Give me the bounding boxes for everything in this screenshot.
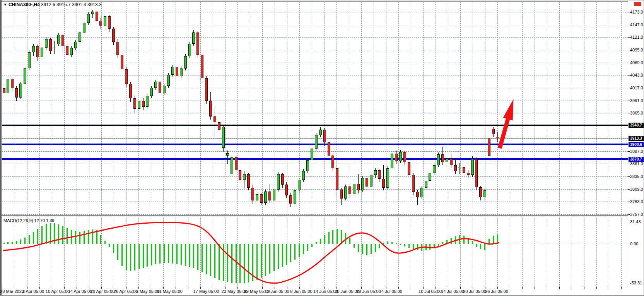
candle-wick [460, 163, 460, 174]
candle-bear [285, 185, 288, 195]
macd-histogram-bar [261, 244, 262, 278]
date-label: 3 Apr 05:00 [22, 289, 44, 294]
candle-bear [260, 194, 263, 202]
macd-histogram-bar [480, 244, 481, 249]
gridline-vertical [460, 2, 461, 216]
gridline-vertical-macd [101, 217, 102, 287]
candle-bear [129, 84, 132, 98]
macd-histogram-bar [476, 244, 477, 247]
gridline-vertical [584, 2, 584, 216]
date-tick [77, 287, 77, 289]
candle-bull [273, 190, 275, 200]
gridline-vertical-macd [188, 217, 188, 287]
macd-histogram-bar [429, 244, 430, 250]
macd-histogram-bar [100, 235, 101, 244]
macd-histogram-bar [33, 232, 34, 244]
gridline-vertical-macd [324, 217, 325, 287]
date-tick [213, 287, 213, 289]
gridline-horizontal [2, 113, 628, 113]
candle-bull [294, 190, 296, 204]
macd-histogram-bar [307, 244, 308, 251]
macd-histogram-bar [7, 242, 9, 244]
candle-bear [235, 157, 237, 170]
gridline-horizontal [2, 214, 628, 215]
gridline-vertical-macd [572, 217, 572, 287]
candle-bear [61, 35, 64, 46]
macd-histogram-bar [299, 244, 300, 257]
date-tick [15, 287, 15, 289]
gridline-vertical-macd [497, 217, 498, 287]
price-tick-dash [628, 50, 630, 50]
date-label: 8 Jun 05:00 [290, 289, 313, 294]
date-tick [349, 287, 349, 289]
level-line-3870.7[interactable] [2, 158, 628, 160]
macd-histogram-bar [88, 230, 89, 244]
macd-histogram-bar [37, 229, 38, 244]
price-tick-dash [628, 12, 630, 12]
macd-histogram-bar [489, 239, 490, 244]
candle-bull [391, 154, 393, 168]
gridline-vertical-macd [436, 217, 436, 287]
gridline-horizontal [2, 202, 628, 202]
macd-frame-bottom [2, 287, 628, 287]
price-tick-dash [628, 214, 630, 215]
gridline-vertical [151, 2, 151, 216]
date-tick [188, 287, 188, 289]
macd-tick-label: 0.00 [630, 241, 638, 246]
macd-histogram-bar [202, 244, 203, 272]
alert-marker [634, 2, 641, 6]
macd-histogram-bar [375, 244, 376, 252]
price-tick-label: 4121.0 [630, 35, 643, 39]
macd-histogram-bar [320, 239, 321, 244]
macd-histogram-bar [387, 241, 388, 244]
date-label: 10 Jul 05:00 [419, 289, 442, 294]
date-tick [436, 287, 436, 289]
date-tick [250, 287, 250, 289]
price-tick-label: 4017.0 [630, 86, 643, 90]
macd-panel-canvas[interactable] [2, 217, 628, 287]
candle-bull [429, 173, 431, 181]
date-tick [596, 287, 597, 289]
candle-bear [66, 46, 68, 55]
macd-histogram-bar [210, 244, 211, 276]
gridline-vertical [225, 2, 225, 216]
macd-histogram-bar [425, 244, 427, 250]
date-label: 4 Jul 05:00 [381, 289, 402, 294]
macd-histogram-bar [391, 242, 393, 244]
gridline-vertical-macd [27, 217, 27, 287]
macd-histogram-bar [189, 244, 190, 267]
candle-bear [475, 159, 478, 187]
macd-histogram-bar [58, 224, 59, 244]
date-label: 29 May 05:00 [244, 289, 270, 294]
candle-bear [11, 79, 14, 88]
candle-bull [361, 178, 364, 191]
date-tick [27, 287, 27, 289]
candle-bear [323, 130, 326, 142]
macd-histogram-bar [311, 244, 313, 247]
candle-bull [222, 127, 225, 148]
macd-histogram-bar [172, 244, 173, 263]
candle-bull [83, 23, 85, 33]
gridline-horizontal [2, 151, 628, 152]
macd-histogram-bar [121, 244, 123, 266]
macd-histogram-bar [181, 244, 182, 265]
gridline-horizontal [2, 50, 628, 50]
candle-bull [344, 186, 347, 198]
macd-histogram-bar [113, 244, 114, 253]
price-axis-line [628, 2, 628, 287]
gridline-vertical [188, 2, 188, 216]
candle-bull [192, 33, 195, 44]
price-chart-canvas[interactable] [2, 2, 628, 216]
candle-bear [201, 55, 203, 78]
candle-bull [7, 79, 9, 93]
level-line-3940.7[interactable] [2, 125, 628, 126]
gridline-vertical-macd [374, 217, 374, 287]
macd-histogram-bar [468, 238, 469, 244]
gridline-vertical [448, 2, 448, 216]
candle-bear [108, 16, 111, 28]
price-tick-dash [628, 75, 630, 75]
macd-histogram-bar [214, 244, 215, 278]
gridline-horizontal [2, 75, 628, 75]
gridline-vertical-macd [52, 217, 52, 287]
gridline-horizontal [2, 37, 628, 38]
